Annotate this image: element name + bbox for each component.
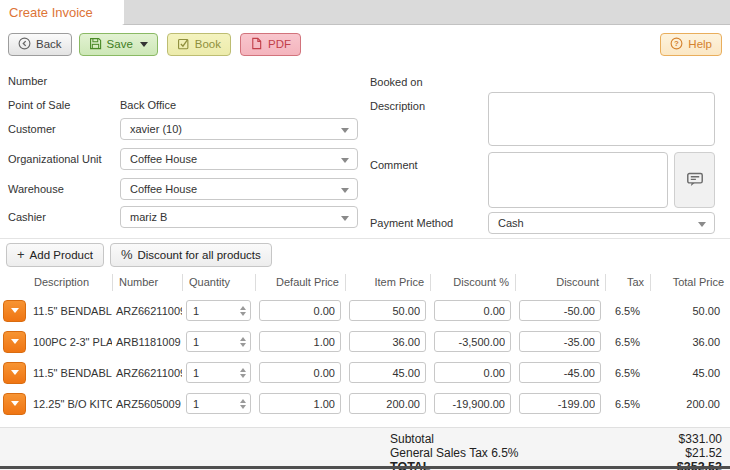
bottom-frame-border bbox=[0, 466, 730, 469]
discount-percent-input[interactable] bbox=[434, 331, 511, 352]
item-price-input[interactable] bbox=[349, 331, 426, 352]
tab-create-invoice[interactable]: Create Invoice bbox=[0, 0, 122, 25]
table-row: 100PC 2-3" PLASTI ARB1181009 6.5% 36.00 bbox=[0, 326, 730, 357]
comment-label: Comment bbox=[370, 159, 418, 171]
discount-input[interactable] bbox=[519, 331, 601, 352]
comment-textarea[interactable] bbox=[488, 152, 668, 208]
spinner-arrows-icon[interactable] bbox=[240, 368, 246, 378]
payment-method-select-value: Cash bbox=[498, 217, 524, 229]
save-button-label: Save bbox=[107, 38, 133, 50]
row-number: ARZ66211009 bbox=[112, 367, 182, 379]
sales-tax-row: General Sales Tax 6.5% $21.52 bbox=[390, 446, 722, 460]
caret-down-icon bbox=[341, 128, 349, 133]
default-price-input[interactable] bbox=[259, 300, 341, 321]
row-action-button[interactable] bbox=[3, 331, 26, 353]
row-total-price: 200.00 bbox=[650, 398, 730, 410]
row-action-button[interactable] bbox=[3, 393, 26, 415]
header-total-price: Total Price bbox=[650, 274, 730, 291]
cashier-select[interactable]: mariz B bbox=[120, 206, 358, 228]
row-tax: 6.5% bbox=[605, 305, 650, 317]
row-tax: 6.5% bbox=[605, 336, 650, 348]
question-circle-icon: ? bbox=[670, 37, 683, 52]
row-action-button[interactable] bbox=[3, 362, 26, 384]
row-number: ARB1181009 bbox=[112, 336, 182, 348]
book-button[interactable]: Book bbox=[167, 33, 231, 56]
header-number: Number bbox=[112, 274, 182, 291]
subtotal-label: Subtotal bbox=[390, 432, 434, 446]
customer-select-value: xavier (10) bbox=[130, 123, 182, 135]
item-price-input[interactable] bbox=[349, 393, 426, 414]
sales-tax-value: $21.52 bbox=[685, 446, 722, 460]
circle-left-arrow-icon bbox=[18, 37, 31, 52]
row-description: 100PC 2-3" PLASTI bbox=[28, 336, 112, 348]
chevron-down-icon bbox=[11, 308, 19, 313]
header-quantity: Quantity bbox=[182, 274, 255, 291]
header-description: Description bbox=[28, 274, 112, 291]
percent-icon: % bbox=[121, 247, 133, 262]
document-icon bbox=[250, 37, 263, 52]
products-table-header: Description Number Quantity Default Pric… bbox=[0, 270, 730, 295]
row-total-price: 36.00 bbox=[650, 336, 730, 348]
pdf-button-label: PDF bbox=[268, 38, 291, 50]
header-action-spacer bbox=[0, 274, 28, 291]
spinner-arrows-icon[interactable] bbox=[240, 306, 246, 316]
description-label: Description bbox=[370, 100, 425, 112]
row-total-price: 45.00 bbox=[650, 367, 730, 379]
cashier-select-value: mariz B bbox=[130, 211, 167, 223]
header-discount: Discount bbox=[515, 274, 605, 291]
header-default-price: Default Price bbox=[255, 274, 345, 291]
organizational-unit-select[interactable]: Coffee House bbox=[120, 148, 358, 170]
customer-select[interactable]: xavier (10) bbox=[120, 118, 358, 140]
default-price-input[interactable] bbox=[259, 362, 341, 383]
caret-down-icon bbox=[341, 216, 349, 221]
back-button[interactable]: Back bbox=[8, 33, 72, 56]
speech-bubble-icon bbox=[685, 169, 705, 191]
payment-method-label: Payment Method bbox=[370, 217, 453, 229]
item-price-input[interactable] bbox=[349, 300, 426, 321]
row-number: ARZ5605009 bbox=[112, 398, 182, 410]
page-title: Create Invoice bbox=[9, 5, 93, 20]
cashier-label: Cashier bbox=[8, 211, 46, 223]
spinner-arrows-icon[interactable] bbox=[240, 337, 246, 347]
table-row: 11.5" BENDABLE B ARZ66211009 6.5% 50.00 bbox=[0, 295, 730, 326]
product-toolbar: + Add Product % Discount for all product… bbox=[0, 239, 730, 270]
item-price-input[interactable] bbox=[349, 362, 426, 383]
organizational-unit-label: Organizational Unit bbox=[8, 153, 102, 165]
chevron-down-icon bbox=[11, 370, 19, 375]
row-action-button[interactable] bbox=[3, 300, 26, 322]
subtotal-row: Subtotal $331.00 bbox=[390, 432, 722, 446]
help-button[interactable]: ? Help bbox=[660, 33, 722, 56]
discount-input[interactable] bbox=[519, 300, 601, 321]
default-price-input[interactable] bbox=[259, 393, 341, 414]
help-button-label: Help bbox=[688, 38, 712, 50]
table-row: 11.5" BENDABLE B ARZ66211009 6.5% 45.00 bbox=[0, 357, 730, 388]
warehouse-select-value: Coffee House bbox=[130, 183, 197, 195]
comment-template-button[interactable] bbox=[674, 152, 715, 208]
discount-input[interactable] bbox=[519, 362, 601, 383]
row-number: ARZ66211009 bbox=[112, 305, 182, 317]
discount-all-products-button[interactable]: % Discount for all products bbox=[110, 243, 272, 267]
book-button-label: Book bbox=[195, 38, 221, 50]
svg-text:?: ? bbox=[674, 39, 679, 48]
discount-percent-input[interactable] bbox=[434, 362, 511, 383]
add-product-button[interactable]: + Add Product bbox=[6, 243, 104, 267]
action-toolbar: Back Save Book PDF ? Help bbox=[0, 25, 730, 63]
discount-input[interactable] bbox=[519, 393, 601, 414]
default-price-input[interactable] bbox=[259, 331, 341, 352]
plus-icon: + bbox=[17, 247, 25, 262]
discount-percent-input[interactable] bbox=[434, 300, 511, 321]
table-row: 12.25" B/O KITCHE ARZ5605009 6.5% 200.00 bbox=[0, 388, 730, 419]
caret-down-icon bbox=[698, 222, 706, 227]
description-textarea[interactable] bbox=[488, 92, 715, 146]
row-description: 11.5" BENDABLE B bbox=[28, 367, 112, 379]
warehouse-select[interactable]: Coffee House bbox=[120, 178, 358, 200]
discount-percent-input[interactable] bbox=[434, 393, 511, 414]
save-button[interactable]: Save bbox=[79, 33, 158, 56]
payment-method-select[interactable]: Cash bbox=[488, 212, 715, 234]
check-square-icon bbox=[177, 37, 190, 52]
pdf-button[interactable]: PDF bbox=[240, 33, 301, 56]
tab-strip-background bbox=[122, 0, 730, 25]
spinner-arrows-icon[interactable] bbox=[240, 399, 246, 409]
row-description: 11.5" BENDABLE B bbox=[28, 305, 112, 317]
point-of-sale-label: Point of Sale bbox=[8, 99, 70, 111]
